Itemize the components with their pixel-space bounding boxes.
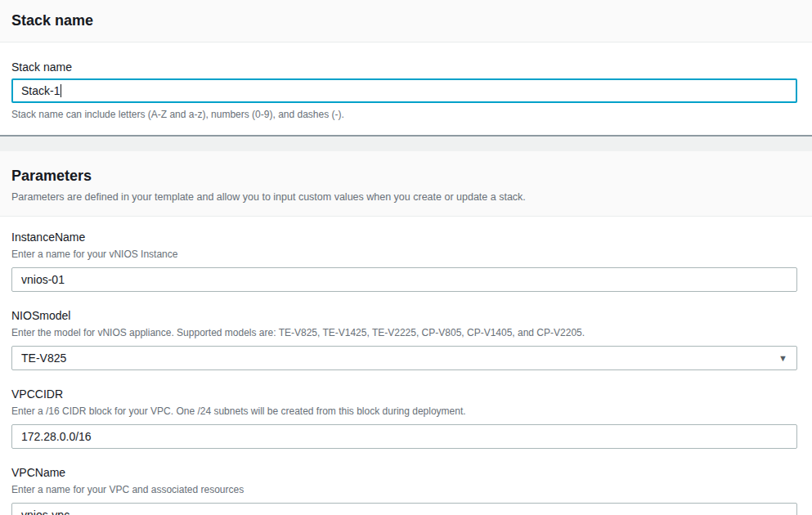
parameters-section-body: InstanceName Enter a name for your vNIOS… <box>0 217 812 515</box>
parameters-section-description: Parameters are defined in your template … <box>11 191 797 204</box>
niosmodel-select-value: TE-V825 <box>21 352 66 365</box>
field-vpccidr: VPCCIDR Enter a /16 CIDR block for your … <box>11 387 797 449</box>
parameter-description: Enter a name for your VPC and associated… <box>11 484 797 495</box>
parameter-label: NIOSmodel <box>11 309 797 323</box>
vpccidr-input[interactable]: 172.28.0.0/16 <box>11 424 797 449</box>
parameter-label: InstanceName <box>11 231 797 244</box>
vpccidr-input-value: 172.28.0.0/16 <box>21 430 92 443</box>
parameter-label: VPCName <box>11 466 797 480</box>
parameter-description: Enter a name for your vNIOS Instance <box>11 249 797 260</box>
text-cursor <box>61 84 61 97</box>
field-instancename: InstanceName Enter a name for your vNIOS… <box>11 231 797 292</box>
parameter-label: VPCCIDR <box>11 387 797 401</box>
caret-down-icon: ▼ <box>778 354 787 363</box>
parameters-section-header: Parameters Parameters are defined in you… <box>0 151 812 217</box>
stack-name-constraint: Stack name can include letters (A-Z and … <box>11 109 797 120</box>
page-background-gap <box>0 137 812 151</box>
vpcname-input-value: vnios-vpc <box>21 508 70 515</box>
stack-name-input-value: Stack-1 <box>21 84 60 97</box>
field-vpcname: VPCName Enter a name for your VPC and as… <box>11 466 797 515</box>
vpcname-input[interactable]: vnios-vpc <box>11 503 797 515</box>
parameter-description: Enter the model for vNIOS appliance. Sup… <box>11 327 797 338</box>
stack-name-section-body: Stack name Stack-1 Stack name can includ… <box>0 43 812 135</box>
section-parameters: Parameters Parameters are defined in you… <box>0 151 812 515</box>
stack-name-section-header: Stack name <box>0 0 812 43</box>
stack-name-input[interactable]: Stack-1 <box>11 78 797 103</box>
stack-name-label: Stack name <box>11 60 797 74</box>
parameters-section-title: Parameters <box>11 168 797 185</box>
parameter-description: Enter a /16 CIDR block for your VPC. One… <box>11 405 797 417</box>
instancename-input-value: vnios-01 <box>21 273 65 286</box>
stack-name-section-title: Stack name <box>11 12 93 29</box>
instancename-input[interactable]: vnios-01 <box>11 267 797 292</box>
field-niosmodel: NIOSmodel Enter the model for vNIOS appl… <box>11 309 797 370</box>
section-stack-name: Stack name Stack name Stack-1 Stack name… <box>0 0 812 137</box>
niosmodel-select[interactable]: TE-V825 ▼ <box>11 346 797 370</box>
